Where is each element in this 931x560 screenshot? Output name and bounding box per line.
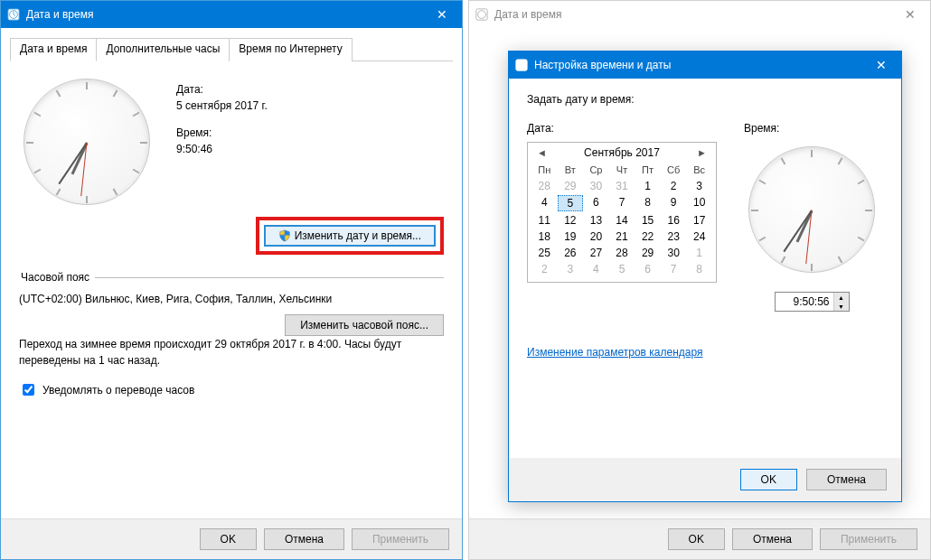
calendar-dow: Вт	[558, 163, 584, 177]
date-header: Дата:	[527, 122, 717, 135]
calendar-day[interactable]: 7	[661, 262, 687, 276]
calendar-day[interactable]: 25	[531, 246, 558, 260]
calendar-day[interactable]: 9	[661, 195, 687, 211]
calendar-day[interactable]: 28	[531, 179, 558, 193]
calendar-day[interactable]: 8	[686, 262, 712, 276]
time-spin-up[interactable]: ▲	[834, 293, 849, 302]
time-value: 9:50:46	[176, 143, 268, 155]
calendar-day[interactable]: 11	[531, 213, 558, 228]
titlebar-modal: Настройка времени и даты ✕	[509, 51, 901, 79]
cancel-button[interactable]: Отмена	[806, 469, 887, 490]
calendar-day[interactable]: 2	[661, 179, 687, 193]
cancel-button[interactable]: Отмена	[264, 528, 344, 550]
timezone-legend: Часовой пояс	[19, 271, 95, 284]
tab-datetime[interactable]: Дата и время	[10, 38, 97, 61]
modal-title: Настройка времени и даты	[534, 59, 860, 71]
datetime-icon	[514, 58, 529, 72]
dst-info: Переход на зимнее время происходит 29 ок…	[19, 336, 444, 369]
close-button[interactable]: ✕	[889, 1, 930, 28]
calendar-month[interactable]: Сентябрь 2017	[584, 146, 660, 159]
calendar-day[interactable]: 3	[558, 262, 584, 276]
calendar-dow: Пн	[531, 163, 558, 177]
datetime-icon	[6, 7, 21, 22]
analog-clock	[744, 142, 879, 277]
calendar-day[interactable]: 26	[558, 246, 584, 260]
titlebar-win2: Дата и время ✕	[469, 1, 930, 28]
analog-clock	[19, 74, 155, 210]
apply-button[interactable]: Применить	[352, 528, 449, 550]
calendar-dow: Ср	[583, 163, 609, 177]
highlight-box: Изменить дату и время...	[256, 217, 444, 255]
notify-checkbox-row[interactable]: Уведомлять о переводе часов	[19, 381, 444, 398]
notify-checkbox[interactable]	[23, 384, 34, 396]
set-datetime-label: Задать дату и время:	[527, 93, 883, 106]
calendar-day[interactable]: 29	[635, 246, 661, 260]
time-spin-down[interactable]: ▼	[834, 302, 849, 311]
calendar-day[interactable]: 8	[635, 195, 661, 211]
calendar-day[interactable]: 5	[609, 262, 635, 276]
time-label: Время:	[176, 126, 268, 139]
window-title: Дата и время	[26, 8, 421, 21]
ok-button[interactable]: OK	[740, 469, 797, 490]
time-header: Время:	[744, 122, 779, 135]
close-button[interactable]: ✕	[421, 1, 462, 28]
calendar-day[interactable]: 14	[609, 213, 635, 228]
date-value: 5 сентября 2017 г.	[176, 99, 268, 112]
tabs: Дата и время Дополнительные часы Время п…	[10, 37, 453, 61]
window-title: Дата и время	[494, 8, 889, 21]
ok-button[interactable]: OK	[200, 528, 257, 550]
calendar-day[interactable]: 24	[686, 229, 712, 244]
datetime-icon	[475, 7, 489, 22]
change-datetime-button[interactable]: Изменить дату и время...	[264, 225, 436, 247]
change-datetime-label: Изменить дату и время...	[295, 229, 421, 242]
uac-shield-icon	[278, 229, 291, 242]
calendar-day[interactable]: 30	[583, 179, 609, 193]
calendar-dow: Чт	[609, 163, 635, 177]
calendar-dow: Вс	[686, 163, 712, 177]
calendar-day[interactable]: 31	[609, 179, 635, 193]
calendar-day[interactable]: 23	[661, 229, 687, 244]
prev-month-button[interactable]: ◄	[533, 147, 550, 158]
calendar-day[interactable]: 18	[531, 229, 558, 244]
calendar-day[interactable]: 15	[635, 213, 661, 228]
calendar-day[interactable]: 20	[583, 229, 609, 244]
calendar-settings-link[interactable]: Изменение параметров календаря	[527, 346, 703, 359]
calendar-day[interactable]: 10	[686, 195, 712, 211]
close-button[interactable]: ✕	[860, 51, 901, 79]
apply-button[interactable]: Применить	[820, 528, 917, 550]
cancel-button[interactable]: Отмена	[732, 528, 813, 550]
change-timezone-button[interactable]: Изменить часовой пояс...	[285, 314, 444, 336]
calendar-day[interactable]: 5	[558, 195, 584, 211]
calendar-day[interactable]: 6	[583, 195, 609, 211]
calendar-day[interactable]: 7	[609, 195, 635, 211]
timezone-value: (UTC+02:00) Вильнюс, Киев, Рига, София, …	[19, 293, 444, 305]
calendar-day[interactable]: 27	[583, 246, 609, 260]
calendar-day[interactable]: 28	[609, 246, 635, 260]
calendar-day[interactable]: 4	[583, 262, 609, 276]
calendar-day[interactable]: 1	[686, 246, 712, 260]
calendar-day[interactable]: 17	[686, 213, 712, 228]
calendar: ◄ Сентябрь 2017 ► ПнВтСрЧтПтСбВс28293031…	[527, 142, 717, 283]
next-month-button[interactable]: ►	[693, 147, 710, 158]
calendar-day[interactable]: 4	[531, 195, 558, 211]
calendar-day[interactable]: 1	[635, 179, 661, 193]
calendar-day[interactable]: 21	[609, 229, 635, 244]
tab-additional-clocks[interactable]: Дополнительные часы	[96, 38, 230, 61]
calendar-day[interactable]: 22	[635, 229, 661, 244]
calendar-day[interactable]: 2	[531, 262, 558, 276]
calendar-dow: Пт	[635, 163, 661, 177]
date-label: Дата:	[176, 83, 268, 96]
notify-label: Уведомлять о переводе часов	[42, 384, 194, 397]
ok-button[interactable]: OK	[668, 528, 725, 550]
calendar-day[interactable]: 12	[558, 213, 584, 228]
calendar-day[interactable]: 3	[686, 179, 712, 193]
calendar-day[interactable]: 30	[661, 246, 687, 260]
tab-internet-time[interactable]: Время по Интернету	[229, 38, 352, 61]
calendar-day[interactable]: 19	[558, 229, 584, 244]
timezone-group: Часовой пояс	[19, 271, 444, 284]
calendar-day[interactable]: 6	[635, 262, 661, 276]
time-input[interactable]	[776, 293, 833, 311]
calendar-day[interactable]: 16	[661, 213, 687, 228]
calendar-day[interactable]: 13	[583, 213, 609, 228]
calendar-day[interactable]: 29	[558, 179, 584, 193]
